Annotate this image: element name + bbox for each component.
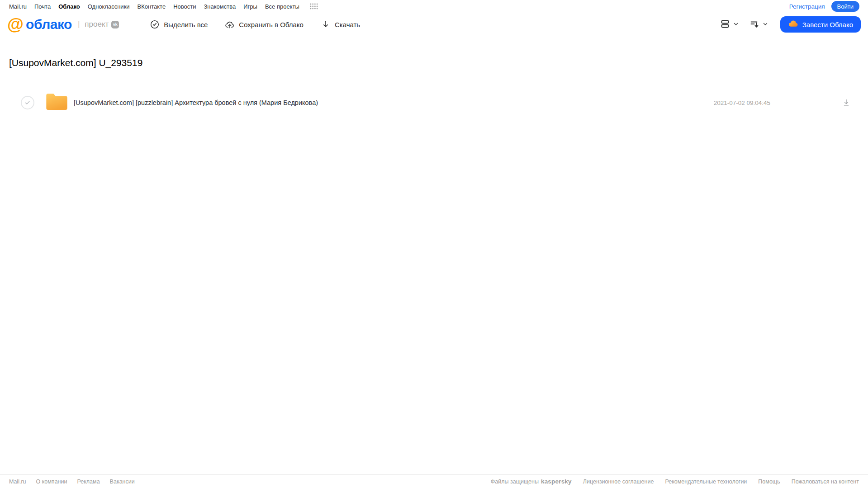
get-cloud-label: Завести Облако: [802, 21, 853, 28]
logo-text: облако: [26, 18, 72, 31]
select-all-label: Выделить все: [164, 21, 208, 28]
download-button[interactable]: Скачать: [321, 19, 360, 29]
kaspersky-logo[interactable]: kaspersky: [541, 478, 572, 485]
footer-right-links: Файлы защищены kaspersky Лицензионное со…: [491, 478, 859, 485]
folder-icon: [45, 92, 69, 114]
footer-link-mailru[interactable]: Mail.ru: [9, 479, 26, 485]
cloud-upload-icon: [225, 19, 235, 29]
download-label: Скачать: [335, 21, 360, 28]
footer-link-help[interactable]: Помощь: [758, 479, 780, 485]
chevron-down-icon: [762, 21, 768, 28]
download-icon: [321, 19, 331, 29]
portal-link-odnoklassniki[interactable]: Одноклассники: [88, 3, 130, 10]
file-name-link[interactable]: [UsupovMarket.com] [puzzlebrain] Архитек…: [74, 99, 318, 106]
portal-nav: Mail.ru Почта Облако Одноклассники ВКонт…: [0, 0, 868, 13]
file-modified-date: 2021-07-02 09:04:45: [714, 99, 770, 106]
vk-badge-icon: vk: [111, 21, 119, 28]
view-mode-toggle[interactable]: [720, 19, 739, 31]
logo-project-label: проект: [85, 20, 109, 29]
footer-link-report[interactable]: Пожаловаться на контент: [792, 479, 859, 485]
mailru-at-icon: @: [7, 16, 24, 33]
toolbar: Выделить все Сохранить в Облако Скачать: [150, 19, 360, 29]
footer-link-ads[interactable]: Реклама: [77, 479, 100, 485]
check-circle-icon: [150, 19, 160, 29]
portal-link-pochta[interactable]: Почта: [34, 3, 51, 10]
sort-toggle[interactable]: [749, 19, 768, 31]
footer-link-jobs[interactable]: Вакансии: [110, 479, 135, 485]
portal-link-vkontakte[interactable]: ВКонтакте: [138, 3, 166, 10]
protected-label: Файлы защищены: [491, 479, 539, 485]
select-all-button[interactable]: Выделить все: [150, 19, 208, 29]
cloud-icon: [788, 19, 798, 30]
footer-link-license[interactable]: Лицензионное соглашение: [583, 479, 654, 485]
row-download-button[interactable]: [842, 98, 851, 107]
portal-link-znakomstva[interactable]: Знакомства: [204, 3, 236, 10]
checkmark-icon: [24, 99, 31, 106]
portal-auth: Регистрация Войти: [789, 1, 859, 12]
sort-icon: [749, 19, 760, 31]
cloud-logo[interactable]: @ облако | проект vk: [7, 17, 119, 33]
save-to-cloud-label: Сохранить в Облако: [239, 21, 304, 28]
portal-link-oblako[interactable]: Облако: [58, 3, 80, 10]
portal-link-igry[interactable]: Игры: [243, 3, 257, 10]
footer-left-links: Mail.ru О компании Реклама Вакансии: [9, 479, 135, 485]
save-to-cloud-button[interactable]: Сохранить в Облако: [225, 19, 304, 29]
footer-link-company[interactable]: О компании: [36, 479, 67, 485]
row-checkbox[interactable]: [21, 96, 34, 109]
registration-link[interactable]: Регистрация: [789, 3, 825, 10]
download-icon: [842, 98, 851, 107]
page-title: [UsupovMarket.com] U_293519: [9, 57, 868, 68]
logo-divider: |: [78, 20, 80, 29]
portal-link-vse-proekty[interactable]: Все проекты: [265, 3, 299, 10]
main-content: [UsupovMarket.com] U_293519: [0, 57, 868, 117]
footer: Mail.ru О компании Реклама Вакансии Файл…: [0, 474, 868, 488]
header-right-controls: Завести Облако: [720, 16, 861, 33]
portal-links: Mail.ru Почта Облако Одноклассники ВКонт…: [9, 3, 318, 10]
file-list: [UsupovMarket.com] [puzzlebrain] Архитек…: [0, 88, 868, 117]
list-view-icon: [720, 19, 730, 31]
get-cloud-button[interactable]: Завести Облако: [780, 16, 861, 33]
kaspersky-protection: Файлы защищены kaspersky: [491, 478, 572, 485]
footer-link-recommendations[interactable]: Рекомендательные технологии: [665, 479, 747, 485]
login-button[interactable]: Войти: [831, 1, 859, 12]
portal-link-novosti[interactable]: Новости: [173, 3, 196, 10]
portal-link-mailru[interactable]: Mail.ru: [9, 3, 27, 10]
header: @ облако | проект vk Выделить все: [0, 13, 868, 36]
chevron-down-icon: [733, 21, 739, 28]
file-row[interactable]: [UsupovMarket.com] [puzzlebrain] Архитек…: [0, 88, 868, 117]
apps-grid-icon[interactable]: [310, 3, 318, 9]
